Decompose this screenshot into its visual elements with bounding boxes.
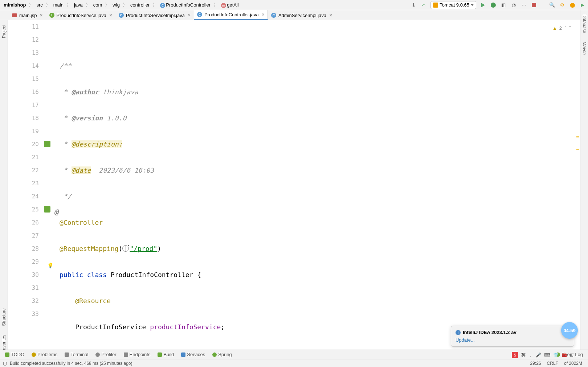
close-icon[interactable]: ×: [188, 12, 191, 18]
structure-tool-button[interactable]: Structure: [1, 308, 7, 326]
line-separator[interactable]: CRLF: [547, 361, 558, 366]
search-everywhere-icon[interactable]: 🔍: [549, 2, 555, 8]
bc-java[interactable]: java: [73, 2, 84, 8]
project-tool-button[interactable]: Project: [1, 25, 7, 38]
left-tool-strip: Project Structure Favorites: [0, 20, 8, 357]
hammer-build-icon[interactable]: ⤺: [420, 2, 427, 8]
tab-productinfocontroller[interactable]: CProductInfoController.java×: [194, 10, 268, 20]
ime-bar[interactable]: S 英 ， 🎤 ⌨ 👕 🧰 ⊞: [512, 351, 573, 359]
editor-tabs: main.jsp× IProductInfoService.java× CPro…: [0, 10, 588, 20]
close-icon[interactable]: ×: [262, 12, 265, 17]
intention-bulb-icon[interactable]: 💡: [47, 259, 53, 272]
navigation-bar: mimishop〉 src〉 main〉 java〉 com〉 wlg〉 con…: [0, 0, 588, 10]
close-icon[interactable]: ×: [329, 12, 332, 18]
tab-adminserviceimpl[interactable]: CAdminServiceImpl.java×: [268, 10, 335, 20]
tips-icon[interactable]: ⬤: [569, 2, 576, 8]
debug-button[interactable]: [490, 2, 497, 8]
tool-window-quick-access-icon[interactable]: ▢: [3, 361, 7, 366]
bc-wlg[interactable]: wlg: [111, 2, 121, 8]
error-stripe[interactable]: [575, 20, 580, 350]
class-icon: C: [271, 13, 276, 18]
toolbox-icon[interactable]: 🧰: [562, 352, 567, 358]
class-icon: C: [197, 12, 202, 17]
bc-project[interactable]: mimishop: [2, 2, 27, 8]
caret-position[interactable]: 29:26: [530, 361, 541, 366]
attach-button[interactable]: ⋯: [520, 2, 527, 8]
prev-highlight-icon[interactable]: ˄: [564, 22, 567, 35]
close-icon[interactable]: ×: [40, 12, 42, 18]
inspection-widget[interactable]: ▲ 2 ˄ ˅: [552, 22, 571, 35]
info-icon: i: [456, 330, 461, 335]
interface-icon: I: [49, 13, 54, 18]
run-config-label: Tomcat 9.0.65: [440, 2, 469, 8]
floating-timer-badge[interactable]: 04:59: [561, 322, 578, 339]
grid-icon[interactable]: ⊞: [570, 352, 573, 358]
tab-productinfoservice[interactable]: IProductInfoService.java×: [46, 10, 115, 20]
database-tool-button[interactable]: Database: [582, 15, 587, 33]
todo-tool-button[interactable]: TODO: [2, 351, 27, 359]
notification-title: IntelliJ IDEA 2023.1.2 av: [463, 330, 516, 335]
toolbar-right: ⤓ ⤺ Tomcat 9.0.65 ◧ ◔ ⋯ 🔍 ⚙ ⬤ ▶: [410, 1, 586, 9]
notification-update-link[interactable]: Update...: [456, 337, 569, 343]
bc-main[interactable]: main: [52, 2, 65, 8]
problems-tool-button[interactable]: Problems: [29, 351, 60, 359]
spring-bean-icon[interactable]: [44, 206, 50, 213]
bc-controller[interactable]: controller: [129, 2, 151, 8]
sogou-ime-icon[interactable]: S: [512, 352, 518, 358]
code-editor[interactable]: 11 12 13 14 15 16 17 18 19 20 21 22 23 2…: [8, 20, 580, 350]
endpoints-tool-button[interactable]: Endpoints: [121, 351, 154, 359]
class-icon: C: [119, 13, 124, 18]
gutter: 11 12 13 14 15 16 17 18 19 20 21 22 23 2…: [8, 20, 42, 350]
spring-bean-icon[interactable]: [44, 141, 50, 147]
bc-class[interactable]: CProductInfoController: [159, 2, 212, 8]
settings-icon[interactable]: ⚙: [559, 2, 565, 8]
tomcat-icon: [433, 3, 438, 8]
warning-icon: ▲: [552, 22, 557, 35]
next-highlight-icon[interactable]: ˅: [569, 22, 571, 35]
close-icon[interactable]: ×: [109, 12, 112, 18]
services-tool-button[interactable]: Services: [178, 351, 208, 359]
coverage-button[interactable]: ◧: [500, 2, 507, 8]
status-bar: ▢ Build completed successfully in 4 sec,…: [0, 359, 588, 367]
stop-button[interactable]: [531, 2, 537, 8]
profiler-tool-button[interactable]: Profiler: [93, 351, 119, 359]
notification-popup[interactable]: iIntelliJ IDEA 2023.1.2 av Update...: [451, 326, 574, 347]
tab-main-jsp[interactable]: main.jsp×: [9, 10, 46, 20]
run-config-selector[interactable]: Tomcat 9.0.65: [430, 1, 476, 9]
url-globe-icon[interactable]: ▾: [122, 245, 129, 252]
memory-indicator[interactable]: of 2022M: [564, 361, 582, 366]
bc-src[interactable]: src: [35, 2, 44, 8]
breadcrumb: mimishop〉 src〉 main〉 java〉 com〉 wlg〉 con…: [2, 2, 240, 8]
run-anything-icon[interactable]: ▶: [579, 2, 586, 8]
bottom-tool-bar: TODO Problems Terminal Profiler Endpoint…: [0, 350, 588, 359]
keyboard-icon[interactable]: ⌨: [544, 352, 550, 358]
terminal-tool-button[interactable]: Terminal: [62, 351, 91, 359]
jsp-icon: [12, 13, 17, 17]
build-tool-button[interactable]: Build: [155, 351, 177, 359]
status-message: Build completed successfully in 4 sec, 4…: [10, 361, 132, 366]
mic-icon[interactable]: 🎤: [536, 352, 541, 358]
skin-icon[interactable]: 👕: [553, 352, 559, 358]
spring-tool-button[interactable]: Spring: [209, 351, 235, 359]
bc-method[interactable]: mgetAll: [220, 2, 240, 8]
profile-button[interactable]: ◔: [510, 2, 517, 8]
code-area[interactable]: /** * @author thinkjava * @version 1.0.0…: [57, 20, 580, 350]
vcs-update-icon[interactable]: ⤓: [410, 2, 417, 8]
warning-count: 2: [559, 22, 562, 35]
bc-com[interactable]: com: [92, 2, 104, 8]
tab-productinfoserviceimpl[interactable]: CProductInfoServiceImpl.java×: [115, 10, 194, 20]
run-button[interactable]: [480, 2, 486, 8]
